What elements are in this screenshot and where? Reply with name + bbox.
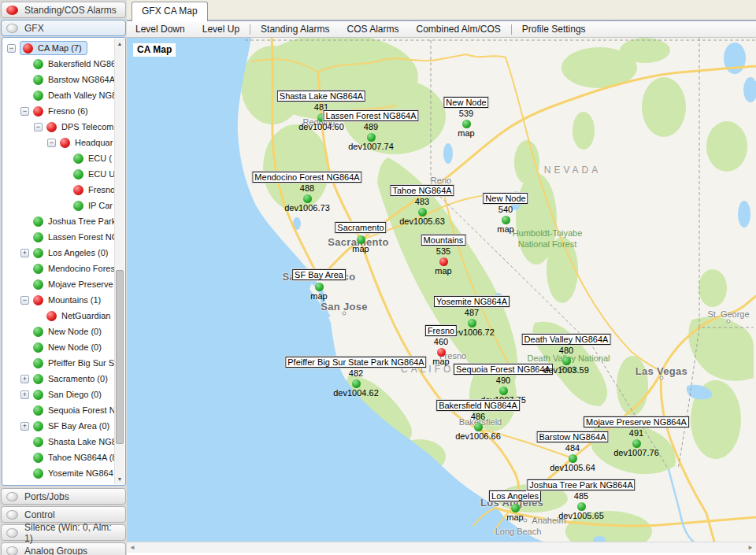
accordion-silence-win-alm-[interactable]: Silence (Win: 0, Alm: 1) <box>1 524 126 541</box>
tree-item[interactable]: Death Valley NG8 <box>2 87 114 103</box>
green-status-icon <box>33 390 43 400</box>
node-label[interactable]: Mojave Preserve NG864A <box>584 416 689 427</box>
node-device-label: map <box>352 244 369 253</box>
green-node-icon <box>632 439 641 448</box>
collapse-toggle-icon[interactable]: − <box>7 44 16 53</box>
tree-item[interactable]: NetGuardian <box>2 308 114 324</box>
node-label[interactable]: Death Valley NG864A <box>522 334 611 345</box>
scroll-down-icon[interactable]: ▼ <box>115 474 124 484</box>
green-node-icon <box>502 216 510 224</box>
accordion-analog-groups[interactable]: Analog Groups <box>1 542 126 555</box>
tree-item[interactable]: ECU U <box>2 166 114 182</box>
tree-item-label: Yosemite NG864 <box>48 468 113 478</box>
scroll-right-icon[interactable]: ► <box>747 544 754 551</box>
tree-item[interactable]: +Los Angeles (0) <box>2 245 114 261</box>
node-label[interactable]: SF Bay Area <box>292 269 346 280</box>
toolbar-button-level-down[interactable]: Level Down <box>127 21 194 37</box>
node-label[interactable]: Barstow NG864A <box>537 431 609 442</box>
tree-item[interactable]: −DPS Telecom <box>2 119 114 135</box>
toolbar-button-standing-alarms[interactable]: Standing Alarms <box>252 21 338 37</box>
tree-item[interactable]: IP Car <box>2 198 114 213</box>
accordion-label: Ports/Jobs <box>24 491 69 502</box>
collapse-toggle-icon[interactable]: − <box>34 123 43 131</box>
tree-item[interactable]: Joshua Tree Park <box>2 213 114 229</box>
node-label[interactable]: Los Angeles <box>489 490 541 501</box>
tree-item[interactable]: New Node (0) <box>2 339 114 355</box>
tree-item[interactable]: Shasta Lake NG8 <box>2 434 114 450</box>
tree-item[interactable]: Sequoia Forest N <box>2 402 114 418</box>
tree-item[interactable]: Fresno <box>2 182 114 198</box>
node-label[interactable]: Yosemite NG864A <box>434 296 510 307</box>
content-area: GFX CA Map Level DownLevel UpStanding Al… <box>127 0 756 555</box>
node-label[interactable]: Pfeiffer Big Sur State Park NG864A <box>285 357 426 368</box>
tree-item[interactable]: Tahoe NG864A (8 <box>2 450 114 465</box>
tree-item[interactable]: New Node (0) <box>2 324 114 339</box>
node-label[interactable]: Shasta Lake NG864A <box>277 91 365 102</box>
tree-item[interactable]: Mojave Preserve <box>2 276 114 292</box>
toolbar-button-level-up[interactable]: Level Up <box>194 21 248 37</box>
accordion-standing-cos-alarms[interactable]: Standing/COS Alarms <box>1 2 126 18</box>
expand-toggle-icon[interactable]: + <box>20 422 29 431</box>
green-status-icon <box>33 91 43 101</box>
tree-item[interactable]: Bakersfield NG86 <box>2 56 114 72</box>
tree-item-label: New Node (0) <box>48 327 102 336</box>
tree-item-label: IP Car <box>88 201 113 210</box>
tree-item[interactable]: −Fresno (6) <box>2 103 114 119</box>
node-label[interactable]: Bakersfield NG864A <box>436 400 520 411</box>
city-marker-dot <box>660 376 664 380</box>
node-number: 539 <box>459 109 473 118</box>
scroll-left-icon[interactable]: ◄ <box>129 544 135 551</box>
green-status-icon <box>33 75 43 85</box>
toolbar-button-profile-settings[interactable]: Profile Settings <box>513 21 595 37</box>
tree-scrollbar[interactable]: ▲ ▼ <box>114 39 124 484</box>
node-label[interactable]: Mendocino Forest NG864A <box>252 172 361 183</box>
node-number: 485 <box>574 491 588 501</box>
node-label[interactable]: New Node <box>483 193 528 204</box>
tree-item[interactable]: −Headquar <box>2 135 114 150</box>
green-node-icon <box>577 502 586 511</box>
selected-tree-item[interactable]: CA Map (7) <box>20 41 87 55</box>
toolbar-button-combined-alm-cos[interactable]: Combined Alm/COS <box>407 21 509 37</box>
tree-item[interactable]: Yosemite NG864 <box>2 465 114 481</box>
node-label[interactable]: Sequoia Forest NG864A <box>454 364 553 375</box>
collapse-toggle-icon[interactable]: − <box>20 107 29 116</box>
scroll-up-icon[interactable]: ▲ <box>115 39 124 49</box>
horizontal-scrollbar[interactable]: ◄ ► <box>127 542 756 553</box>
tree-item[interactable]: ECU ( <box>2 150 114 166</box>
green-node-icon <box>303 194 312 203</box>
tree-item[interactable]: Pfeiffer Big Sur S <box>2 355 114 371</box>
node-label[interactable]: Tahoe NG864A <box>390 185 454 196</box>
expand-toggle-icon[interactable]: + <box>20 390 29 399</box>
accordion-ports-jobs[interactable]: Ports/Jobs <box>1 488 126 505</box>
scroll-thumb[interactable] <box>116 270 124 444</box>
accordion-label: Analog Groups <box>24 546 87 555</box>
tree-item[interactable]: Mendocino Fores <box>2 261 114 276</box>
node-device-label: dev1007.74 <box>348 142 394 151</box>
toolbar-button-cos-alarms[interactable]: COS Alarms <box>338 21 407 37</box>
node-label[interactable]: Joshua Tree Park NG864A <box>527 479 635 490</box>
tree-item[interactable]: +SF Bay Area (0) <box>2 418 114 434</box>
node-label[interactable]: Sacramento <box>335 222 386 233</box>
tab-gfx-ca-map[interactable]: GFX CA Map <box>132 2 208 21</box>
tree-item[interactable]: Barstow NG864A <box>2 72 114 87</box>
green-status-icon <box>33 468 43 479</box>
tree-item[interactable]: Lassen Forest NG <box>2 229 114 245</box>
collapse-toggle-icon[interactable]: − <box>20 296 29 305</box>
accordion-gfx[interactable]: GFX <box>1 20 126 36</box>
node-label[interactable]: Mountains <box>421 235 466 246</box>
accordion-control[interactable]: Control <box>1 506 126 523</box>
tree-item-label: Sacramento (0) <box>48 374 108 383</box>
expand-toggle-icon[interactable]: + <box>20 375 29 383</box>
tree-item[interactable]: −CA Map (7) <box>2 40 114 56</box>
tree-item-label: Barstow NG864A <box>48 75 114 84</box>
node-label[interactable]: New Node <box>443 97 488 108</box>
tree-item[interactable]: +San Diego (0) <box>2 387 114 402</box>
collapse-toggle-icon[interactable]: − <box>47 139 56 147</box>
tree-item[interactable]: +Sacramento (0) <box>2 371 114 387</box>
node-label[interactable]: Fresno <box>425 325 457 336</box>
green-status-icon <box>33 342 43 353</box>
node-label[interactable]: Lassen Forest NG864A <box>324 110 419 121</box>
expand-toggle-icon[interactable]: + <box>20 249 29 257</box>
tree-item[interactable]: −Mountains (1) <box>2 292 114 308</box>
green-status-icon <box>33 327 43 337</box>
